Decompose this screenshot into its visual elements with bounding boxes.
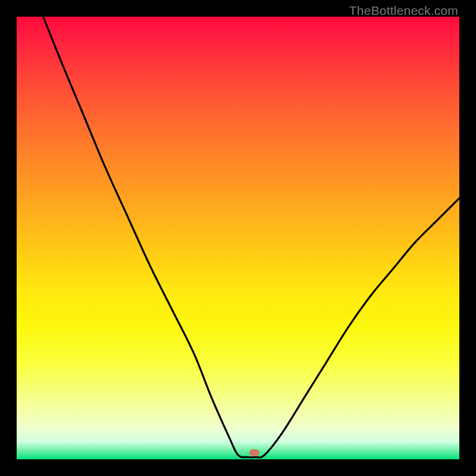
chart-container: TheBottleneck.com [0,0,476,476]
curve-svg [17,17,459,459]
watermark-text: TheBottleneck.com [349,4,458,18]
bottleneck-curve [43,17,459,458]
optimal-point-marker [249,449,259,456]
plot-area [17,17,459,459]
